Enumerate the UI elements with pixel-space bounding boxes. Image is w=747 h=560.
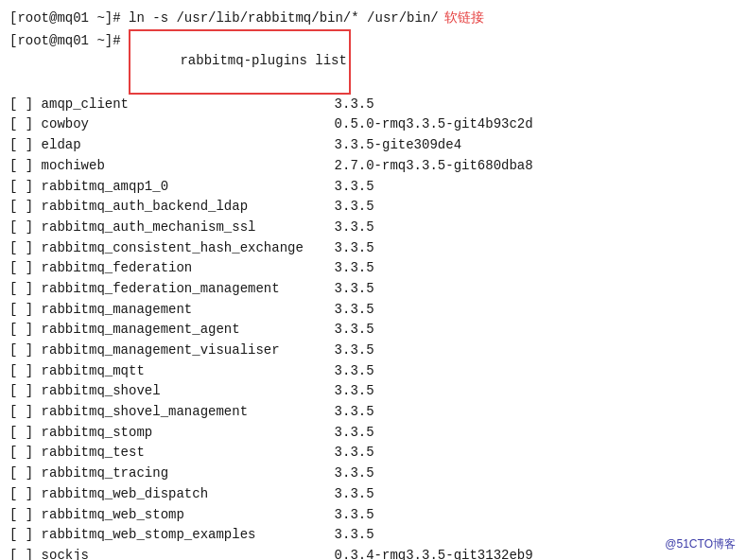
plugin-name: rabbitmq_auth_mechanism_ssl [42,218,335,238]
plugin-name: rabbitmq_stomp [42,423,335,444]
plugin-name: sockjs [42,546,335,560]
plugin-bracket: [ ] [9,525,42,546]
plugin-row: [ ] rabbitmq_mqtt 3.3.5 [9,361,738,382]
plugin-bracket: [ ] [9,197,42,218]
plugin-row: [ ] sockjs 0.3.4-rmq3.3.5-git3132eb9 [9,546,738,560]
plugin-row: [ ] rabbitmq_tracing 3.3.5 [9,464,738,484]
plugin-name: rabbitmq_federation [42,258,335,279]
plugin-row: [ ] rabbitmq_federation 3.3.5 [9,258,738,279]
command-text-1: ln -s /usr/lib/rabbitmq/bin/* /usr/bin/ [129,9,439,29]
highlighted-command: rabbitmq-plugins list [129,29,351,95]
plugin-version: 3.3.5 [335,525,374,546]
plugin-bracket: [ ] [9,177,42,198]
prompt-2: [root@mq01 ~]# [9,31,129,52]
plugin-bracket: [ ] [9,381,42,402]
plugin-row: [ ] cowboy 0.5.0-rmq3.3.5-git4b93c2d [9,114,738,135]
plugin-version: 3.3.5 [335,238,374,259]
plugin-bracket: [ ] [9,114,42,135]
plugin-bracket: [ ] [9,279,42,300]
plugin-bracket: [ ] [9,341,42,361]
plugin-bracket: [ ] [9,258,42,279]
plugin-row: [ ] rabbitmq_shovel 3.3.5 [9,381,738,402]
plugin-name: rabbitmq_shovel [42,381,335,402]
plugin-name: rabbitmq_web_stomp_examples [42,525,335,546]
plugin-version: 3.3.5 [335,197,374,218]
plugin-row: [ ] rabbitmq_federation_management 3.3.5 [9,279,738,300]
plugin-version: 3.3.5 [335,402,374,423]
plugin-version: 3.3.5 [335,484,374,505]
plugin-bracket: [ ] [9,95,42,115]
plugin-name: rabbitmq_management_visualiser [42,341,335,361]
plugin-row: [ ] rabbitmq_test 3.3.5 [9,443,738,464]
plugin-row: [ ] rabbitmq_management_agent 3.3.5 [9,320,738,341]
watermark: @51CTO博客 [665,536,736,552]
plugin-row: [ ] rabbitmq_stomp 3.3.5 [9,423,738,444]
plugin-list: [ ] amqp_client 3.3.5[ ] cowboy 0.5.0-rm… [9,95,738,560]
plugin-version: 3.3.5 [335,300,374,321]
plugin-row: [ ] rabbitmq_web_stomp 3.3.5 [9,505,738,526]
plugin-version: 3.3.5 [335,258,374,279]
plugin-version: 0.3.4-rmq3.3.5-git3132eb9 [335,546,533,560]
plugin-version: 0.5.0-rmq3.3.5-git4b93c2d [335,114,533,135]
plugin-row: [ ] rabbitmq_shovel_management 3.3.5 [9,402,738,423]
plugin-version: 3.3.5 [335,443,374,464]
plugin-bracket: [ ] [9,423,42,444]
plugin-bracket: [ ] [9,218,42,238]
plugin-bracket: [ ] [9,484,42,505]
plugin-name: rabbitmq_federation_management [42,279,335,300]
plugin-row: [ ] rabbitmq_auth_mechanism_ssl 3.3.5 [9,218,738,238]
plugin-name: rabbitmq_test [42,443,335,464]
plugin-name: rabbitmq_management [42,300,335,321]
plugin-name: rabbitmq_auth_backend_ldap [42,197,335,218]
plugin-version: 3.3.5 [335,177,374,198]
plugin-bracket: [ ] [9,300,42,321]
plugin-row: [ ] mochiweb 2.7.0-rmq3.3.5-git680dba8 [9,156,738,177]
plugin-bracket: [ ] [9,443,42,464]
plugin-version: 3.3.5-gite309de4 [335,135,461,156]
plugin-version: 3.3.5 [335,464,374,484]
plugin-name: amqp_client [42,95,335,115]
plugin-version: 3.3.5 [335,505,374,526]
plugin-row: [ ] rabbitmq_web_stomp_examples 3.3.5 [9,525,738,546]
command-line-1: [root@mq01 ~]# ln -s /usr/lib/rabbitmq/b… [9,8,738,29]
plugin-bracket: [ ] [9,505,42,526]
plugin-bracket: [ ] [9,238,42,259]
plugin-row: [ ] rabbitmq_consistent_hash_exchange 3.… [9,238,738,259]
plugin-bracket: [ ] [9,320,42,341]
plugin-row: [ ] rabbitmq_auth_backend_ldap 3.3.5 [9,197,738,218]
plugin-version: 3.3.5 [335,218,374,238]
plugin-name: eldap [42,135,335,156]
plugin-bracket: [ ] [9,402,42,423]
command-line-2: [root@mq01 ~]# rabbitmq-plugins list [9,29,738,95]
plugin-version: 3.3.5 [335,423,374,444]
soft-link-label: 软链接 [444,8,484,28]
plugin-version: 3.3.5 [335,279,374,300]
plugin-row: [ ] rabbitmq_management 3.3.5 [9,300,738,321]
plugin-version: 3.3.5 [335,341,374,361]
plugin-row: [ ] rabbitmq_amqp1_0 3.3.5 [9,177,738,198]
plugin-name: rabbitmq_management_agent [42,320,335,341]
plugin-name: rabbitmq_consistent_hash_exchange [42,238,335,259]
plugin-name: rabbitmq_amqp1_0 [42,177,335,198]
plugin-version: 3.3.5 [335,381,374,402]
plugin-bracket: [ ] [9,464,42,484]
plugin-bracket: [ ] [9,546,42,560]
terminal: [root@mq01 ~]# ln -s /usr/lib/rabbitmq/b… [0,0,747,560]
plugin-row: [ ] rabbitmq_management_visualiser 3.3.5 [9,341,738,361]
plugin-version: 3.3.5 [335,361,374,382]
plugin-row: [ ] eldap 3.3.5-gite309de4 [9,135,738,156]
plugin-name: rabbitmq_web_dispatch [42,484,335,505]
plugin-name: mochiweb [42,156,335,177]
plugin-row: [ ] rabbitmq_web_dispatch 3.3.5 [9,484,738,505]
plugin-name: rabbitmq_shovel_management [42,402,335,423]
plugin-name: rabbitmq_mqtt [42,361,335,382]
prompt-1: [root@mq01 ~]# [9,9,129,29]
plugin-name: rabbitmq_web_stomp [42,505,335,526]
plugin-name: rabbitmq_tracing [42,464,335,484]
plugin-bracket: [ ] [9,361,42,382]
plugin-version: 3.3.5 [335,95,374,115]
plugin-bracket: [ ] [9,135,42,156]
plugin-bracket: [ ] [9,156,42,177]
plugin-name: cowboy [42,114,335,135]
plugin-row: [ ] amqp_client 3.3.5 [9,95,738,115]
